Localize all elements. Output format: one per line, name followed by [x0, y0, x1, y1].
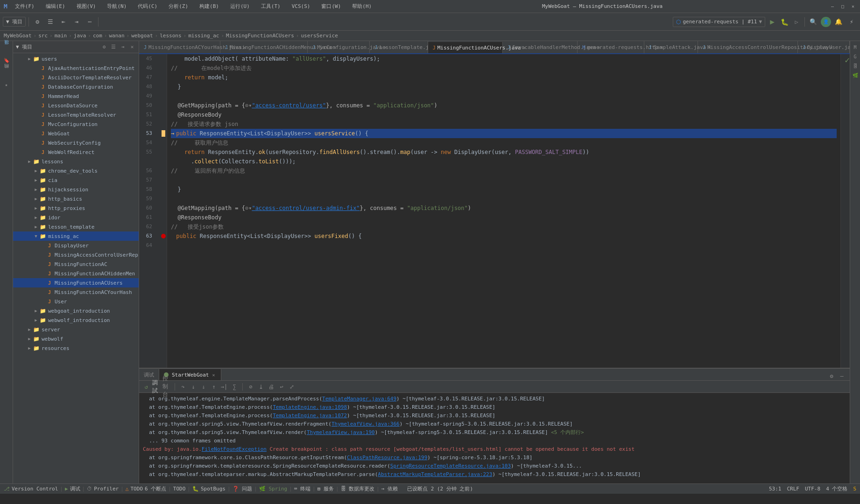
toolbar-notifications[interactable]: 🔔 — [833, 16, 844, 28]
tree-item-idor[interactable]: ▶ 📁 idor — [13, 213, 139, 222]
console-step-over[interactable]: ↷ — [179, 383, 187, 391]
breadcrumb-main[interactable]: main — [55, 33, 67, 39]
run-configuration[interactable]: ⬡ generated-requests | #11 ▼ — [673, 17, 765, 27]
toolbar-settings-btn[interactable]: ⚙ — [32, 16, 43, 28]
tree-item-http-proxies[interactable]: ▶ 📁 http_proxies — [13, 203, 139, 213]
breadcrumb-lessons[interactable]: lessons — [160, 33, 181, 39]
menu-code[interactable]: 代码(C) — [134, 2, 161, 11]
maximize-button[interactable]: □ — [839, 3, 846, 10]
spotbugs-label[interactable]: SpotBugs — [201, 486, 226, 492]
menu-nav[interactable]: 导航(N) — [103, 2, 130, 11]
tab-invocablehandler[interactable]: J InvocableHandlerMethod.java ✕ — [503, 41, 578, 53]
cursor-position[interactable]: 53:1 — [769, 485, 782, 492]
tree-item-lessondatasource[interactable]: J LessonDataSource — [13, 101, 139, 110]
toolbar-expand-btn[interactable]: ⇥ — [71, 16, 82, 28]
tree-item-http-basics[interactable]: ▶ 📁 http_basics — [13, 194, 139, 203]
toolbar-more-btn[interactable]: ⋯ — [84, 16, 95, 28]
tree-item-displayuser[interactable]: J DisplayUser — [13, 241, 139, 250]
toolbar-list-btn[interactable]: ☰ — [45, 16, 56, 28]
tab-sampleattack[interactable]: J SampleAttack.java ✕ — [644, 41, 698, 53]
tree-item-webwolf[interactable]: ▶ 📁 webwolf — [13, 334, 139, 343]
tree-item-webwolf-intro[interactable]: ▶ 📁 webwolf_introduction — [13, 315, 139, 325]
breadcrumb-src[interactable]: src — [38, 33, 48, 39]
console-print-btn[interactable]: 🖨 — [267, 383, 275, 391]
tree-item-lessontemplateresolver[interactable]: J LessonTemplateResolver — [13, 110, 139, 119]
breadcrumb-method[interactable]: usersService — [301, 33, 338, 39]
console-output[interactable]: at org.thymeleaf.engine.TemplateManager.… — [139, 393, 850, 483]
close-button[interactable]: ✕ — [850, 3, 856, 10]
tab-missingaccesscontrol[interactable]: J MissingAccessControlUserRepository.jav… — [698, 41, 798, 53]
breakpoints-label[interactable]: 6 个断点 — [145, 485, 166, 492]
menu-run[interactable]: 运行(U) — [226, 2, 254, 11]
todo-text[interactable]: TODO — [173, 486, 186, 492]
run-coverage-btn[interactable]: ▷ — [791, 17, 802, 27]
tab-missingfunctionacusers[interactable]: J MissingFunctionACUsers.java ✕ — [428, 42, 503, 54]
project-dropdown[interactable]: ▼ 项目 — [3, 17, 26, 27]
bottom-panel-minimize-btn[interactable]: — — [838, 372, 846, 380]
tree-item-websecurityconfig[interactable]: J WebSecurityConfig — [13, 138, 139, 147]
breadcrumb-file[interactable]: MissingFunctionACUsers — [226, 33, 294, 39]
console-wrap-btn[interactable]: ↩ — [277, 383, 286, 391]
breadcrumb-com[interactable]: com — [93, 33, 102, 39]
bookmarks-icon[interactable]: 🔖 — [1, 55, 12, 65]
run-status-label[interactable]: 调试 — [70, 485, 80, 492]
tree-item-webgoat-intro[interactable]: ▶ 📁 webgoat_introduction — [13, 306, 139, 315]
go-label[interactable]: → 依赖 — [381, 485, 398, 492]
tab-lessontemplate[interactable]: J LessonTemplate.java ✕ — [370, 41, 428, 53]
tree-close-btn[interactable]: ✕ — [128, 43, 136, 51]
tree-item-ascii[interactable]: J AsciiDoctorTemplateResolver — [13, 73, 139, 82]
toolbar-plugin-btn[interactable]: ⚡ — [846, 16, 857, 28]
breadcrumb-mywebgoat[interactable]: MyWebGoat — [4, 33, 32, 39]
tree-item-missing-ac[interactable]: ▼ 📁 missing_ac — [13, 231, 139, 241]
console-controls-btn[interactable]: 控制台 — [162, 383, 171, 391]
menu-window[interactable]: 窗口(W) — [317, 2, 345, 11]
tree-collapse-btn[interactable]: ☰ — [110, 43, 117, 51]
tree-item-missing-access-control[interactable]: J MissingAccessControlUserRep — [13, 250, 139, 259]
todo-label[interactable]: TODO — [130, 486, 143, 492]
tree-item-hammerhead[interactable]: J HammerHead — [13, 91, 139, 101]
console-tab-btn[interactable]: 調試 — [152, 383, 161, 391]
breadcrumb-java[interactable]: java — [74, 33, 86, 39]
minimize-button[interactable]: — — [829, 3, 836, 10]
terminal-label[interactable]: ⌨ 终端 — [294, 485, 310, 492]
console-clear-btn[interactable]: ⊘ — [247, 383, 255, 391]
tree-item-resources[interactable]: ▶ 📁 resources — [13, 343, 139, 353]
tree-item-missingfunctionacyourhash[interactable]: J MissingFunctionACYourHash — [13, 287, 139, 297]
tree-item-lesson-template[interactable]: ▶ 📁 lesson_template — [13, 222, 139, 231]
breadcrumb-wanan[interactable]: wanan — [109, 33, 124, 39]
console-restart-btn[interactable]: ↺ — [142, 383, 150, 391]
tree-item-user[interactable]: J User — [13, 297, 139, 306]
line-ending[interactable]: CRLF — [787, 485, 800, 492]
bottom-tab-close[interactable]: ✕ — [211, 372, 216, 378]
menu-help[interactable]: 帮助(H) — [348, 2, 375, 11]
tree-item-hijacksession[interactable]: ▶ 📁 hijacksession — [13, 185, 139, 194]
console-step-out[interactable]: ↑ — [210, 383, 218, 391]
profiler-label[interactable]: Profiler — [94, 486, 119, 492]
tree-item-webgoat[interactable]: J WebGoat — [13, 129, 139, 138]
tree-item-mvcconfig[interactable]: J MvcConfiguration — [13, 119, 139, 129]
menu-edit[interactable]: 编辑(E) — [42, 2, 69, 11]
tree-item-server[interactable]: ▶ 📁 server — [13, 325, 139, 334]
tree-item-ajax-auth[interactable]: J AjaxAuthenticationEntryPoint — [13, 63, 139, 73]
favorites-icon[interactable]: ★ — [1, 79, 12, 90]
bottom-panel-settings-btn[interactable]: ⚙ — [827, 372, 836, 380]
project-icon[interactable]: 项目 — [1, 43, 12, 53]
db-label[interactable]: 🗄 数据库更改 — [341, 485, 375, 492]
tree-item-cia[interactable]: ▶ 📁 cia — [13, 175, 139, 185]
console-evaluate[interactable]: ∑ — [230, 383, 239, 391]
right-maven-icon[interactable]: M — [851, 43, 860, 51]
tree-item-missingfunctionacusers[interactable]: J MissingFunctionACUsers — [13, 278, 139, 287]
tab-generatedrequests[interactable]: H generated-requests.http ✕ — [578, 41, 644, 53]
indent-label[interactable]: 4 个空格 — [826, 485, 847, 492]
tree-item-lessons-folder[interactable]: ▶ 📁 lessons — [13, 157, 139, 166]
console-run-to-cursor[interactable]: →| — [220, 383, 228, 391]
run-button[interactable]: ▶ — [767, 17, 777, 27]
breadcrumb-webgoat[interactable]: webgoat — [131, 33, 153, 39]
menu-view[interactable]: 视图(V) — [73, 2, 100, 11]
tree-item-dbconfig[interactable]: J DatabaseConfiguration — [13, 82, 139, 91]
tab-displayuser[interactable]: J DisplayUser.java ✕ — [798, 41, 850, 53]
debug-button[interactable]: 🐛 — [779, 17, 790, 27]
toolbar-avatar[interactable]: 👤 — [821, 17, 831, 27]
code-lines[interactable]: model.addObject( attributeName: "allUser… — [167, 54, 840, 368]
tree-item-users[interactable]: ▶ 📁 users — [13, 54, 139, 63]
